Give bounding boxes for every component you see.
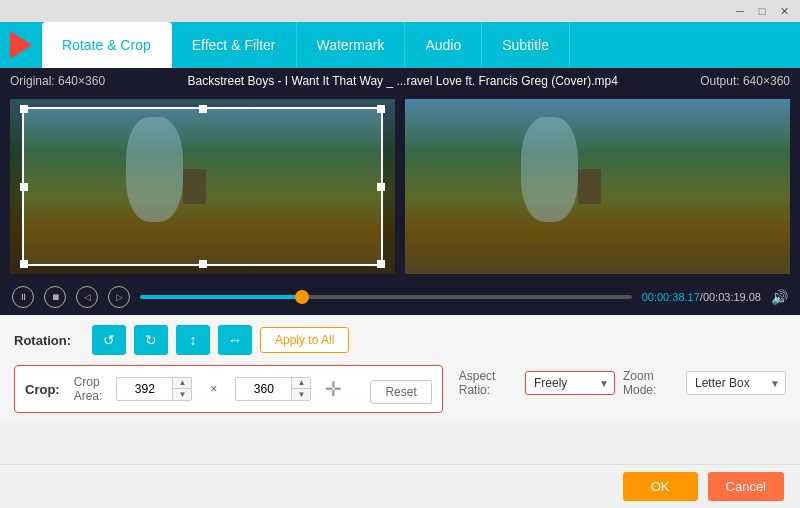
video-preview-left: [10, 99, 395, 274]
crop-handle-br[interactable]: [377, 260, 385, 268]
stop-button[interactable]: ⏹: [44, 286, 66, 308]
tab-bar: Rotate & Crop Effect & Filter Watermark …: [0, 22, 800, 68]
volume-icon[interactable]: 🔊: [771, 289, 788, 305]
crop-section: Crop: Crop Area: 392 ▲ ▼ × 360 ▲ ▼ ✛: [14, 365, 443, 413]
aspect-ratio-select[interactable]: Freely 16:9 4:3 1:1 Custom: [525, 371, 615, 395]
crop-label: Crop:: [25, 382, 60, 397]
cancel-button[interactable]: Cancel: [708, 472, 784, 501]
crop-handle-bm[interactable]: [199, 260, 207, 268]
zoom-mode-select-wrap: Letter Box Pan & Scan Full ▼: [686, 371, 786, 395]
crop-height-input[interactable]: 360: [236, 380, 291, 398]
playback-bar: ⏸ ⏹ ◁ ▷ 00:00:38.17/00:03:19.08 🔊: [0, 279, 800, 315]
flip-horizontal-button[interactable]: ↔: [218, 325, 252, 355]
crop-handle-tl[interactable]: [20, 105, 28, 113]
info-bar: Original: 640×360 Backstreet Boys - I Wa…: [0, 68, 800, 94]
red-arrow-icon: [10, 31, 32, 59]
maximize-button[interactable]: □: [754, 3, 770, 19]
title-bar: ─ □ ✕: [0, 0, 800, 22]
next-frame-button[interactable]: ▷: [108, 286, 130, 308]
progress-fill: [140, 295, 302, 299]
rotation-row: Rotation: ↺ ↻ ↕ ↔ Apply to All: [14, 325, 786, 355]
width-down-button[interactable]: ▼: [173, 389, 191, 400]
crop-height-field: 360 ▲ ▼: [235, 377, 311, 401]
aspect-ratio-select-wrap: Freely 16:9 4:3 1:1 Custom ▼: [525, 371, 615, 395]
time-display: 00:00:38.17/00:03:19.08: [642, 291, 761, 303]
rotate-cw-button[interactable]: ↻: [134, 325, 168, 355]
crop-handle-rm[interactable]: [377, 183, 385, 191]
video-preview-right: [405, 99, 790, 274]
output-resolution: Output: 640×360: [700, 74, 790, 88]
prev-frame-button[interactable]: ◁: [76, 286, 98, 308]
height-down-button[interactable]: ▼: [292, 389, 310, 400]
pause-button[interactable]: ⏸: [12, 286, 34, 308]
crop-handle-lm[interactable]: [20, 183, 28, 191]
width-spinners: ▲ ▼: [172, 378, 191, 400]
controls-area: Rotation: ↺ ↻ ↕ ↔ Apply to All Crop: Cro…: [0, 315, 800, 423]
aspect-ratio-label: Aspect Ratio:: [459, 369, 517, 397]
video-area: [0, 94, 800, 279]
crop-width-field: 392 ▲ ▼: [116, 377, 192, 401]
width-up-button[interactable]: ▲: [173, 378, 191, 389]
crop-width-input[interactable]: 392: [117, 380, 172, 398]
progress-bar[interactable]: [140, 295, 632, 299]
tab-audio[interactable]: Audio: [405, 22, 482, 68]
move-icon[interactable]: ✛: [325, 377, 342, 401]
close-button[interactable]: ✕: [776, 3, 792, 19]
minimize-button[interactable]: ─: [732, 3, 748, 19]
zoom-mode-select[interactable]: Letter Box Pan & Scan Full: [686, 371, 786, 395]
ok-button[interactable]: OK: [623, 472, 698, 501]
height-spinners: ▲ ▼: [291, 378, 310, 400]
rotation-label: Rotation:: [14, 333, 84, 348]
aspect-ratio-row: Aspect Ratio: Freely 16:9 4:3 1:1 Custom…: [459, 369, 786, 397]
crop-area-label: Crop Area:: [74, 375, 103, 403]
zoom-mode-label: Zoom Mode:: [623, 369, 678, 397]
reset-button[interactable]: Reset: [370, 380, 431, 404]
crop-handle-bl[interactable]: [20, 260, 28, 268]
times-symbol: ×: [210, 382, 217, 396]
crop-overlay[interactable]: [22, 107, 383, 266]
tab-rotate-crop[interactable]: Rotate & Crop: [42, 22, 172, 68]
rotate-ccw-button[interactable]: ↺: [92, 325, 126, 355]
filename-display: Backstreet Boys - I Want It That Way _ .…: [105, 74, 700, 88]
crop-handle-tr[interactable]: [377, 105, 385, 113]
aspect-zoom-section: Aspect Ratio: Freely 16:9 4:3 1:1 Custom…: [459, 365, 786, 397]
crop-handle-tm[interactable]: [199, 105, 207, 113]
flip-vertical-button[interactable]: ↕: [176, 325, 210, 355]
original-resolution: Original: 640×360: [10, 74, 105, 88]
height-up-button[interactable]: ▲: [292, 378, 310, 389]
progress-thumb[interactable]: [295, 290, 309, 304]
tab-effect-filter[interactable]: Effect & Filter: [172, 22, 297, 68]
apply-all-button[interactable]: Apply to All: [260, 327, 349, 353]
tab-watermark[interactable]: Watermark: [297, 22, 406, 68]
tab-subtitle[interactable]: Subtitle: [482, 22, 570, 68]
arrow-indicator: [0, 22, 42, 68]
bottom-bar: OK Cancel: [0, 464, 800, 508]
